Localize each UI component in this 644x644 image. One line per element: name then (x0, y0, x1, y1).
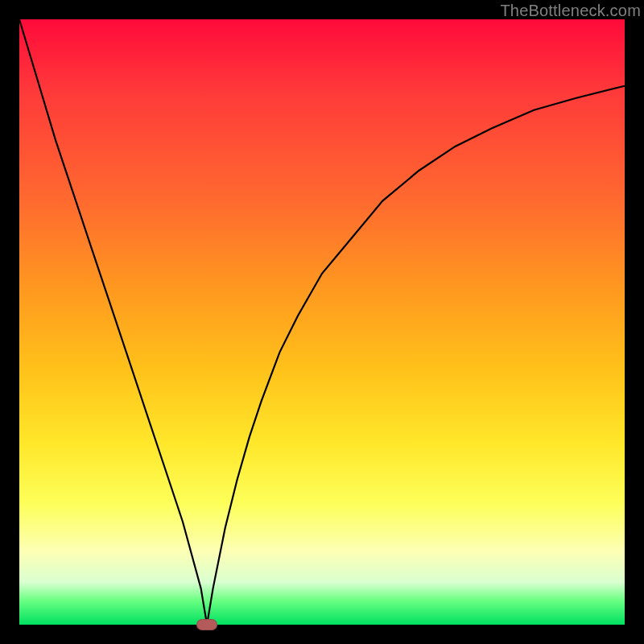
curve-path (19, 19, 625, 625)
plot-area (19, 19, 625, 625)
watermark-text: TheBottleneck.com (500, 2, 641, 20)
optimum-marker (196, 619, 217, 630)
chart-frame: TheBottleneck.com (0, 0, 644, 644)
bottleneck-curve (19, 19, 625, 625)
